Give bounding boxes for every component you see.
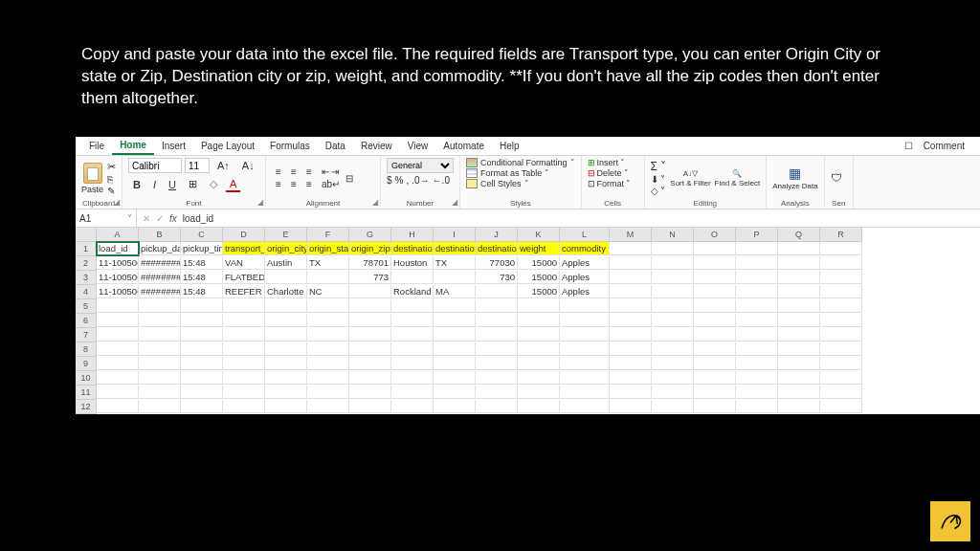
cell[interactable]: destinatio: [391, 242, 434, 255]
cell[interactable]: ########: [139, 271, 181, 284]
cell[interactable]: [349, 299, 391, 313]
col-header[interactable]: N: [652, 228, 694, 242]
cell[interactable]: [694, 371, 736, 385]
cell[interactable]: [736, 357, 778, 370]
cell[interactable]: [307, 357, 349, 370]
cell[interactable]: Charlotte: [265, 285, 307, 298]
cell[interactable]: transport_: [223, 242, 265, 255]
cell[interactable]: [820, 342, 862, 356]
align-bottom-icon[interactable]: ≡: [302, 166, 316, 177]
cell[interactable]: [139, 371, 181, 385]
cell[interactable]: [610, 314, 652, 327]
cell[interactable]: [307, 386, 349, 399]
cell[interactable]: Austin: [265, 256, 307, 270]
tab-page-layout[interactable]: Page Layout: [193, 138, 262, 154]
cell[interactable]: [778, 314, 820, 327]
cell[interactable]: [560, 357, 610, 370]
cell[interactable]: [736, 371, 778, 385]
cell[interactable]: [778, 357, 820, 370]
cell[interactable]: [736, 342, 778, 356]
cell[interactable]: [778, 285, 820, 298]
increase-font-icon[interactable]: A↑: [212, 158, 234, 173]
conditional-formatting-button[interactable]: Conditional Formatting ˅: [466, 158, 575, 167]
cell[interactable]: [694, 328, 736, 342]
cell[interactable]: Apples: [560, 285, 610, 298]
align-right-icon[interactable]: ≡: [302, 179, 316, 189]
col-header[interactable]: O: [694, 228, 736, 242]
cell[interactable]: [652, 271, 694, 284]
cell[interactable]: [778, 328, 820, 342]
cell[interactable]: [307, 400, 349, 413]
tab-formulas[interactable]: Formulas: [262, 138, 318, 154]
cell[interactable]: [518, 357, 560, 370]
cell[interactable]: destinatio: [476, 242, 518, 255]
cell[interactable]: [97, 386, 139, 399]
cell[interactable]: [223, 386, 265, 399]
cell[interactable]: [652, 242, 694, 255]
cell[interactable]: [610, 299, 652, 313]
col-header[interactable]: I: [434, 228, 476, 242]
cell[interactable]: [694, 314, 736, 327]
cell[interactable]: origin_zip: [349, 242, 391, 255]
cell[interactable]: [307, 328, 349, 342]
cell[interactable]: [610, 256, 652, 270]
cell[interactable]: [391, 357, 434, 370]
font-launcher-icon[interactable]: ◢: [257, 198, 263, 207]
cell[interactable]: [560, 371, 610, 385]
borders-icon[interactable]: ⊞: [184, 176, 202, 192]
increase-indent-icon[interactable]: ⇥: [331, 166, 339, 177]
cell[interactable]: [694, 342, 736, 356]
cell[interactable]: [97, 371, 139, 385]
fx-icon[interactable]: fx: [169, 213, 177, 224]
cell[interactable]: [778, 400, 820, 413]
cell[interactable]: [694, 357, 736, 370]
cell[interactable]: [181, 299, 223, 313]
cell[interactable]: [694, 271, 736, 284]
cell[interactable]: [391, 328, 434, 342]
col-header[interactable]: K: [518, 228, 560, 242]
cell[interactable]: 773: [349, 271, 391, 284]
sensitivity-button[interactable]: 🛡: [831, 171, 842, 185]
cell[interactable]: [391, 314, 434, 327]
cell-styles-button[interactable]: Cell Styles ˅: [466, 179, 529, 188]
cell[interactable]: [820, 314, 862, 327]
cell[interactable]: [349, 357, 391, 370]
tab-help[interactable]: Help: [492, 138, 527, 154]
cell[interactable]: [476, 314, 518, 327]
cell[interactable]: [652, 357, 694, 370]
cell[interactable]: [652, 400, 694, 413]
cell[interactable]: ########: [139, 285, 181, 298]
cell[interactable]: [223, 357, 265, 370]
cell[interactable]: [736, 314, 778, 327]
cell[interactable]: ########: [139, 256, 181, 270]
align-middle-icon[interactable]: ≡: [287, 166, 301, 177]
spreadsheet-grid[interactable]: ABCDEFGHIJKLMNOPQR1load_idpickup_dapicku…: [76, 228, 980, 414]
wrap-text-icon[interactable]: ab↵: [322, 179, 340, 189]
cell[interactable]: [265, 299, 307, 313]
cell[interactable]: [181, 328, 223, 342]
cell[interactable]: [518, 328, 560, 342]
cell[interactable]: [476, 342, 518, 356]
cell[interactable]: [265, 400, 307, 413]
cell[interactable]: [694, 242, 736, 255]
cell[interactable]: [391, 371, 434, 385]
cell[interactable]: [652, 342, 694, 356]
cell[interactable]: [434, 386, 476, 399]
cell[interactable]: [820, 386, 862, 399]
decrease-indent-icon[interactable]: ⇤: [322, 166, 329, 177]
cell[interactable]: [391, 400, 434, 413]
cell[interactable]: destinatio: [434, 242, 476, 255]
cell[interactable]: [139, 357, 181, 370]
cell[interactable]: load_id: [97, 242, 139, 255]
cell[interactable]: [476, 328, 518, 342]
cell[interactable]: 11-100500: [97, 256, 139, 270]
cell[interactable]: [181, 400, 223, 413]
row-header[interactable]: 7: [76, 328, 97, 342]
cell[interactable]: [434, 371, 476, 385]
decrease-font-icon[interactable]: A↓: [237, 158, 259, 173]
cell[interactable]: [560, 328, 610, 342]
cell[interactable]: [223, 371, 265, 385]
cell[interactable]: VAN: [223, 256, 265, 270]
cell[interactable]: [181, 357, 223, 370]
cell[interactable]: [694, 400, 736, 413]
